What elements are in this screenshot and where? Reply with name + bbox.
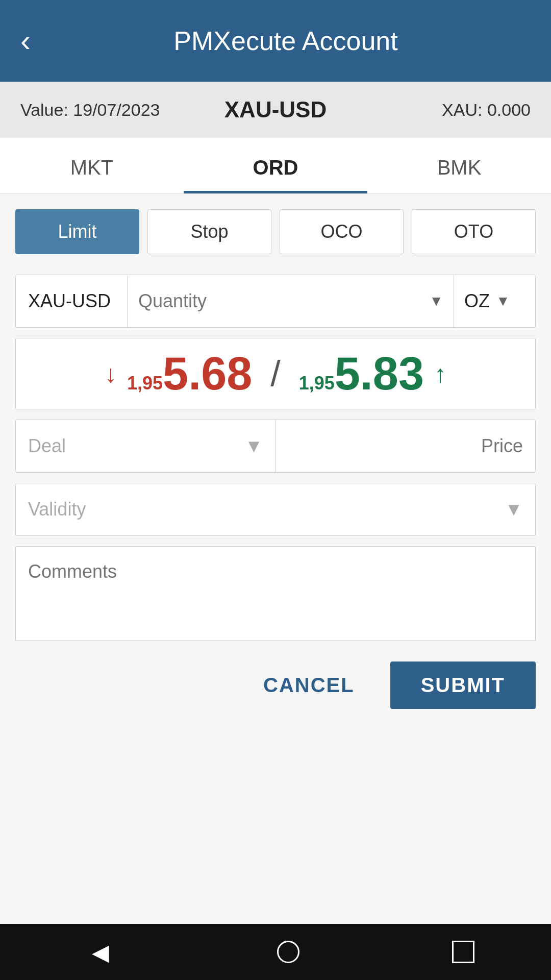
info-date: Value: 19/07/2023 [20,100,190,120]
symbol-quantity-row: XAU-USD ▼ OZ ▼ [15,275,536,328]
content-area: MKT ORD BMK Limit Stop OCO OTO XAU-USD ▼… [0,138,551,924]
bid-large: 5.68 [163,351,252,397]
unit-dropdown-arrow: ▼ [496,293,510,309]
validity-label: Validity [28,499,86,520]
quantity-input[interactable] [138,290,425,312]
form-area: XAU-USD ▼ OZ ▼ ↓ 1,95 5.68 / 1,95 5.83 ↑ [0,264,551,651]
price-separator: / [270,353,280,394]
cancel-button[interactable]: CANCEL [243,662,375,709]
tabs: MKT ORD BMK [0,138,551,194]
deal-price-row: Deal ▼ [15,420,536,473]
nav-back-button[interactable]: ◀ [77,934,124,970]
comments-area[interactable] [15,546,536,641]
tab-bmk[interactable]: BMK [367,138,551,193]
header-title: PMXecute Account [41,26,531,56]
order-type-stop[interactable]: Stop [147,209,271,254]
bid-small: 1,95 [127,373,163,394]
ask-price: 1,95 5.83 [299,351,424,397]
ask-arrow-up-icon: ↑ [434,360,446,388]
price-input[interactable] [288,435,523,457]
validity-dropdown-arrow: ▼ [505,499,523,520]
unit-field[interactable]: OZ ▼ [454,275,535,327]
bid-arrow-down-icon: ↓ [105,360,117,388]
deal-dropdown-arrow: ▼ [245,435,263,457]
nav-recent-button[interactable] [452,941,474,963]
tab-mkt[interactable]: MKT [0,138,184,193]
quantity-dropdown-arrow: ▼ [429,293,443,309]
submit-button[interactable]: SUBMIT [390,662,536,709]
quantity-field[interactable]: ▼ [128,275,454,327]
nav-bar: ◀ [0,924,551,980]
price-field[interactable] [276,420,536,473]
order-type-group: Limit Stop OCO OTO [0,194,551,264]
ask-large: 5.83 [335,351,424,397]
tab-ord[interactable]: ORD [184,138,367,193]
symbol-field: XAU-USD [16,275,128,327]
action-buttons: CANCEL SUBMIT [0,651,551,729]
info-symbol: XAU-USD [190,97,360,122]
deal-dropdown[interactable]: Deal ▼ [15,420,276,473]
order-type-oto[interactable]: OTO [412,209,536,254]
deal-label: Deal [28,435,66,457]
nav-home-button[interactable] [277,941,299,963]
comments-input[interactable] [16,547,535,639]
validity-dropdown[interactable]: Validity ▼ [15,483,536,536]
bid-price: 1,95 5.68 [127,351,252,397]
price-display-row: ↓ 1,95 5.68 / 1,95 5.83 ↑ [15,338,536,409]
order-type-oco[interactable]: OCO [280,209,404,254]
info-bar: Value: 19/07/2023 XAU-USD XAU: 0.000 [0,82,551,138]
back-button[interactable]: ‹ [20,26,31,56]
header: ‹ PMXecute Account [0,0,551,82]
ask-small: 1,95 [299,373,335,394]
order-type-limit[interactable]: Limit [15,209,139,254]
unit-value: OZ [464,290,490,312]
info-xau: XAU: 0.000 [361,100,531,120]
